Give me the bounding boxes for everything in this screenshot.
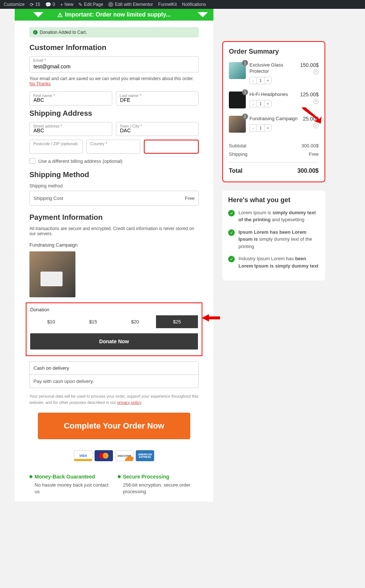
lname-label: Last name *: [120, 93, 141, 98]
qty-minus-button[interactable]: -: [250, 77, 256, 84]
donation-label: Donation: [30, 307, 198, 312]
refresh-icon: ⟳: [30, 2, 34, 7]
qty-badge: 1: [242, 60, 248, 66]
shipping-method-heading: Shipping Method: [29, 171, 199, 179]
notifications-link[interactable]: Notifications: [182, 2, 206, 7]
cart-notice: ✓ Donation Added to Cart.: [29, 27, 199, 37]
benefit-text: Industry Ipsum Lorem has been Lorem Ipsu…: [238, 255, 319, 269]
product-name: Hi-Fi Headphones: [249, 92, 296, 98]
pencil-icon: ✎: [78, 2, 82, 7]
remove-item-button[interactable]: ✕: [313, 99, 319, 104]
qty-minus-button[interactable]: -: [250, 100, 256, 107]
edit-elementor-link[interactable]: Edit with Elementor: [108, 2, 153, 7]
donation-option[interactable]: $15: [72, 315, 114, 328]
guarantee-item: Money-Back GuaranteedNo hassle money bac…: [29, 474, 110, 495]
what-you-get-card: Here's what you get ✓Lorem Ipsum is simp…: [222, 190, 325, 281]
privacy-policy-link[interactable]: privacy policy: [117, 400, 141, 405]
qty-badge: 1: [242, 89, 248, 95]
subtotal-value: 300.00$: [301, 143, 319, 148]
cart-item: 1Exclusive Glass Protector-1+150.00$✕: [229, 60, 319, 89]
annotation-arrow: [302, 107, 322, 123]
diff-billing-row[interactable]: Use a different billing address (optiona…: [29, 158, 199, 164]
campaign-title: Fundraising Campaign: [29, 242, 199, 248]
payment-info-heading: Payment Information: [29, 213, 199, 222]
funnelkit-link[interactable]: FunnelKit: [158, 2, 177, 7]
payment-subtext: All transactions are secure and encrypte…: [29, 226, 199, 236]
qty-plus-button[interactable]: +: [265, 100, 271, 107]
email-field: Email *: [29, 56, 199, 72]
checkbox-icon[interactable]: [29, 158, 35, 164]
cod-box: Cash on delivery Pay with cash upon deli…: [29, 361, 199, 388]
benefit-item: ✓Ipsum Lorem has been Lorem Ipsum is sim…: [228, 229, 319, 250]
wp-admin-bar: Customize ⟳15 💬0 +New ✎Edit Page Edit wi…: [0, 0, 365, 9]
donation-option[interactable]: $10: [30, 315, 72, 328]
comment-icon: 💬: [45, 2, 51, 7]
totals: Subtotal300.00$ ShippingFree Total300.00…: [229, 141, 319, 176]
product-price: 125.00$: [300, 92, 319, 97]
country-label: Country *: [90, 141, 107, 146]
product-price: 150.00$: [300, 62, 319, 68]
product-name: Exclusive Glass Protector: [249, 62, 296, 75]
remove-item-button[interactable]: ✕: [313, 123, 319, 128]
customize-link[interactable]: Customize: [4, 2, 25, 7]
updates-link[interactable]: ⟳15: [30, 2, 40, 7]
annotation-arrow: [202, 313, 220, 323]
amex-icon: AMERICAN EXPRESS: [136, 450, 154, 461]
donation-options: $10$15$20$25: [30, 315, 198, 328]
guarantee-text: No hassle money back just contact us: [29, 482, 110, 495]
complete-order-button[interactable]: Complete Your Order Now: [38, 413, 190, 439]
sidebar: Order Summary 1Exclusive Glass Protector…: [222, 9, 325, 502]
what-you-get-title: Here's what you get: [228, 196, 319, 204]
chevron-down-icon: [33, 12, 43, 17]
checkout-main: ⚠ Important: Order now limited supply...…: [15, 9, 213, 502]
state-select-error[interactable]: [144, 140, 199, 154]
check-icon: ✓: [228, 210, 235, 216]
cod-heading[interactable]: Cash on delivery: [30, 362, 198, 375]
donation-option[interactable]: $20: [114, 315, 156, 328]
benefit-text: Lorem Ipsum is simply dummy text of the …: [238, 209, 319, 223]
plus-icon: +: [60, 2, 63, 7]
diff-billing-label: Use a different billing address (optiona…: [38, 158, 123, 164]
product-thumb: 1: [229, 62, 246, 79]
order-summary-card: Order Summary 1Exclusive Glass Protector…: [222, 41, 325, 182]
no-thanks-link[interactable]: No Thanks: [29, 81, 51, 86]
remove-item-button[interactable]: ✕: [313, 69, 319, 75]
qty-badge: 1: [242, 114, 248, 119]
new-link[interactable]: +New: [60, 2, 74, 7]
mastercard-icon: [95, 450, 113, 461]
check-icon: ✓: [228, 256, 235, 262]
donate-now-button[interactable]: Donate Now: [30, 333, 198, 349]
qty-stepper: -1+: [249, 100, 272, 107]
chevron-down-icon: [198, 12, 208, 17]
discover-icon: DISCOVER: [115, 450, 134, 461]
product-name: Fundraising Campaign: [249, 116, 299, 122]
email-input[interactable]: [29, 56, 199, 72]
qty-plus-button[interactable]: +: [265, 125, 271, 131]
visa-icon: VISA: [74, 450, 92, 461]
guarantees: Money-Back GuaranteedNo hassle money bac…: [29, 474, 199, 495]
shipping-label: Shipping: [229, 151, 248, 157]
benefit-item: ✓Lorem Ipsum is simply dummy text of the…: [228, 209, 319, 223]
guarantee-item: Secure Processing256-bit encryption, sec…: [118, 474, 199, 495]
donation-block: Donation $10$15$20$25 Donate Now: [26, 302, 202, 356]
street-label: Street address *: [33, 124, 62, 128]
donation-option[interactable]: $25: [156, 315, 198, 328]
comments-link[interactable]: 💬0: [45, 2, 55, 7]
edit-page-link[interactable]: ✎Edit Page: [78, 2, 103, 7]
benefit-text: Ipsum Lorem has been Lorem Ipsum is simp…: [238, 229, 319, 250]
elementor-icon: [108, 2, 113, 7]
shipping-address-heading: Shipping Address: [29, 109, 199, 118]
shipping-cost-value: Free: [185, 196, 195, 201]
total-value: 300.00$: [297, 168, 319, 174]
urgency-banner: ⚠ Important: Order now limited supply...: [15, 9, 213, 21]
order-summary-title: Order Summary: [229, 48, 319, 55]
customer-info-heading: Customer Information: [29, 43, 199, 52]
guarantee-title: Money-Back Guaranteed: [29, 474, 110, 480]
check-icon: ✓: [33, 30, 38, 35]
subtotal-label: Subtotal: [229, 143, 247, 148]
qty-plus-button[interactable]: +: [265, 77, 271, 84]
shipping-cost-box: Shipping Cost Free: [29, 191, 199, 206]
qty-minus-button[interactable]: -: [250, 125, 256, 131]
product-thumb: 1: [229, 92, 246, 108]
postcode-label: Postcode / ZIP (optional): [33, 141, 78, 146]
